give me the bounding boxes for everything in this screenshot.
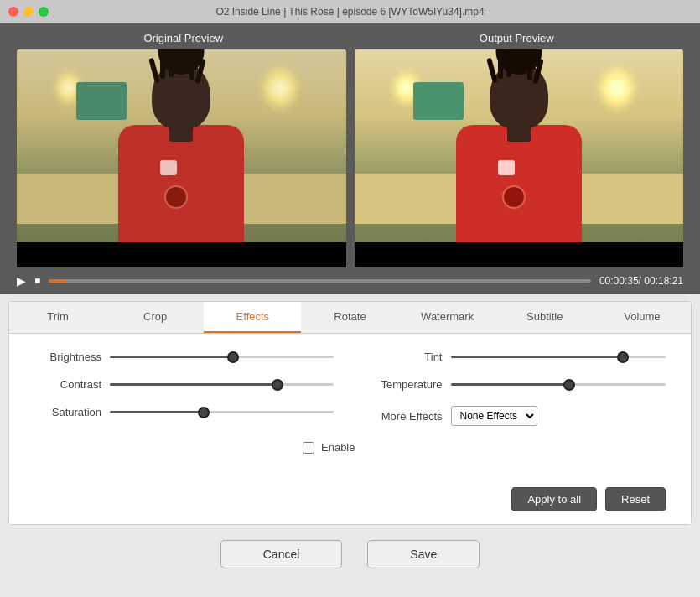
preview-area: Original Preview Output Preview (0, 23, 700, 267)
temperature-slider[interactable] (451, 383, 666, 386)
tab-bar: Trim Crop Effects Rotate Watermark Subti… (9, 302, 691, 334)
right-sliders: Tint Temperature More Effects (367, 350, 666, 441)
original-preview-label: Original Preview (17, 32, 350, 44)
tab-crop[interactable]: Crop (106, 302, 204, 333)
output-preview-label: Output Preview (350, 32, 684, 44)
brightness-label: Brightness (34, 350, 101, 363)
time-current: 00:00:35 (599, 275, 639, 287)
minimize-button[interactable] (23, 7, 34, 17)
close-button[interactable] (8, 7, 18, 17)
more-effects-select[interactable]: None Effects (451, 406, 537, 426)
brightness-slider[interactable] (110, 356, 334, 358)
actions-row: Apply to all Reset (9, 479, 691, 524)
maximize-button[interactable] (39, 7, 49, 17)
preview-labels: Original Preview Output Preview (17, 32, 683, 44)
cancel-button[interactable]: Cancel (220, 540, 343, 568)
window-controls[interactable] (8, 7, 49, 17)
contrast-label: Contrast (34, 378, 101, 391)
output-video-frame (355, 49, 684, 267)
tab-rotate[interactable]: Rotate (301, 302, 398, 333)
playback-controls: ▶ ■ 00:00:35/ 00:18:21 (0, 267, 700, 294)
video-previews (17, 49, 683, 267)
more-effects-row: More Effects None Effects (367, 406, 666, 426)
brightness-row: Brightness (34, 350, 334, 363)
saturation-label: Saturation (34, 406, 101, 418)
effects-content: Brightness Contrast Saturation (9, 334, 691, 479)
original-video-frame (17, 49, 346, 267)
tab-effects[interactable]: Effects (204, 302, 301, 333)
tab-volume[interactable]: Volume (594, 302, 691, 333)
enable-checkbox[interactable] (303, 442, 314, 454)
more-effects-label: More Effects (367, 410, 443, 423)
contrast-slider[interactable] (110, 383, 334, 386)
time-total: 00:18:21 (644, 275, 683, 287)
play-button[interactable]: ▶ (17, 274, 26, 288)
enable-label: Enable (321, 441, 355, 454)
apply-to-all-button[interactable]: Apply to all (511, 487, 597, 511)
tint-row: Tint (367, 350, 666, 363)
tab-subtitle[interactable]: Subtitle (496, 302, 594, 333)
tint-slider[interactable] (451, 356, 666, 358)
left-sliders: Brightness Contrast Saturation (34, 350, 334, 441)
tab-trim[interactable]: Trim (9, 302, 106, 333)
saturation-slider[interactable] (110, 411, 334, 413)
stop-button[interactable]: ■ (34, 275, 40, 287)
temperature-row: Temperature (367, 378, 666, 391)
time-separator: / (639, 275, 641, 287)
sliders-section: Brightness Contrast Saturation (34, 350, 666, 441)
edit-panel: Trim Crop Effects Rotate Watermark Subti… (8, 301, 692, 525)
tint-label: Tint (367, 350, 443, 363)
save-button[interactable]: Save (367, 540, 480, 568)
time-display: 00:00:35/ 00:18:21 (599, 275, 683, 287)
enable-row: Enable (303, 441, 666, 454)
bottom-buttons: Cancel Save (0, 540, 700, 568)
titlebar: O2 Inside Line | This Rose | episode 6 [… (0, 0, 700, 23)
tab-watermark[interactable]: Watermark (399, 302, 496, 333)
contrast-row: Contrast (34, 378, 334, 391)
progress-bar[interactable] (49, 279, 591, 283)
saturation-row: Saturation (34, 406, 334, 418)
temperature-label: Temperature (367, 378, 443, 391)
window-title: O2 Inside Line | This Rose | episode 6 [… (215, 6, 484, 18)
reset-button[interactable]: Reset (605, 487, 666, 511)
progress-fill (49, 279, 66, 283)
